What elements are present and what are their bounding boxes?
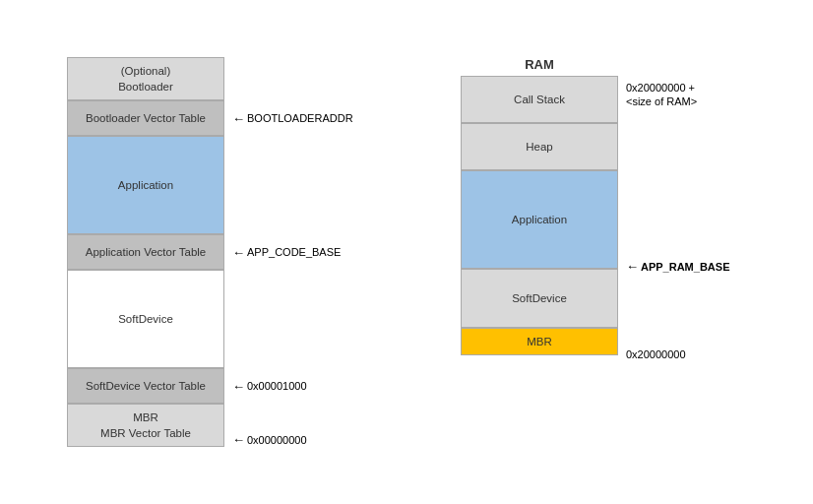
call-stack-label: Call Stack	[514, 92, 565, 107]
addr-1000-row: ← 0x00001000	[232, 368, 382, 404]
mbr-block: MBRMBR Vector Table	[67, 404, 224, 447]
diagram-container: (Optional)Bootloader Bootloader Vector T…	[37, 37, 776, 467]
ram-top-addr-label: 0x20000000 +<size of RAM>	[626, 81, 697, 109]
application-vector-table-label: Application Vector Table	[86, 244, 207, 260]
softdevice-vector-table-label: SoftDevice Vector Table	[86, 378, 206, 394]
ram-base-addr-row: 0x20000000	[626, 348, 686, 360]
application-label: Application	[118, 177, 173, 193]
heap-block: Heap	[461, 123, 618, 170]
ram-column: Call Stack Heap Application SoftDevice M…	[461, 76, 618, 355]
ram-base-addr-label: 0x20000000	[626, 348, 686, 360]
bootloader-vector-table-label: Bootloader Vector Table	[86, 110, 206, 126]
app-ram-base-label: APP_RAM_BASE	[641, 261, 729, 273]
spacer-3	[232, 270, 382, 368]
softdevice-vector-table-block: SoftDevice Vector Table	[67, 368, 224, 404]
softdevice-label: SoftDevice	[118, 311, 173, 327]
ram-top-addr-row: 0x20000000 +<size of RAM>	[626, 81, 746, 128]
ram-section: RAM Call Stack Heap Application SoftDevi…	[461, 57, 746, 360]
app-code-base-label: APP_CODE_BASE	[247, 246, 341, 258]
mbr-label: MBRMBR Vector Table	[100, 410, 191, 441]
spacer-4: ← 0x00000000	[232, 404, 382, 447]
app-ram-base-row: ← APP_RAM_BASE	[626, 259, 729, 274]
flash-section: (Optional)Bootloader Bootloader Vector T…	[67, 57, 382, 447]
bootloader-vector-table-block: Bootloader Vector Table	[67, 100, 224, 136]
call-stack-block: Call Stack	[461, 76, 618, 123]
app-code-base-row: ← APP_CODE_BASE	[232, 234, 382, 270]
ram-application-block: Application	[461, 170, 618, 269]
optional-bootloader-block: (Optional)Bootloader	[67, 57, 224, 100]
app-spacer: ← APP_RAM_BASE	[626, 175, 746, 274]
softdevice-block: SoftDevice	[67, 270, 224, 368]
mbr-ram-spacer: 0x20000000	[626, 333, 746, 360]
ram-title: RAM	[461, 57, 618, 72]
addr-0000-label: 0x00000000	[247, 434, 307, 446]
ram-mbr-label: MBR	[527, 334, 552, 349]
addr-1000-arrow-icon: ←	[232, 379, 245, 394]
ram-mbr-block: MBR	[461, 328, 618, 355]
application-block: Application	[67, 136, 224, 234]
app-code-base-arrow-icon: ←	[232, 245, 245, 260]
heap-label: Heap	[526, 139, 553, 155]
ram-softdevice-block: SoftDevice	[461, 269, 618, 328]
app-ram-base-arrow-icon: ←	[626, 259, 639, 274]
softdevice-spacer	[626, 274, 746, 333]
ram-arrows: 0x20000000 +<size of RAM> ← APP_RAM_BASE…	[618, 77, 746, 360]
bootloaderaddr-label: BOOTLOADERADDR	[247, 112, 353, 124]
flash-arrows: ← BOOTLOADERADDR ← APP_CODE_BASE ← 0x000…	[224, 57, 382, 447]
heap-spacer	[626, 128, 746, 175]
ram-application-label: Application	[512, 212, 567, 227]
spacer-1	[232, 57, 382, 100]
bootloaderaddr-row: ← BOOTLOADERADDR	[232, 100, 382, 136]
ram-softdevice-label: SoftDevice	[512, 290, 567, 306]
ram-col-wrapper: RAM Call Stack Heap Application SoftDevi…	[461, 57, 618, 360]
addr-1000-label: 0x00001000	[247, 380, 307, 392]
flash-column: (Optional)Bootloader Bootloader Vector T…	[67, 57, 224, 447]
bootloaderaddr-arrow-icon: ←	[232, 111, 245, 126]
spacer-2	[232, 136, 382, 234]
optional-bootloader-label: (Optional)Bootloader	[118, 63, 173, 94]
addr-0000-arrow-icon: ←	[232, 432, 245, 447]
application-vector-table-block: Application Vector Table	[67, 234, 224, 270]
addr-0000-row: ← 0x00000000	[232, 432, 307, 447]
